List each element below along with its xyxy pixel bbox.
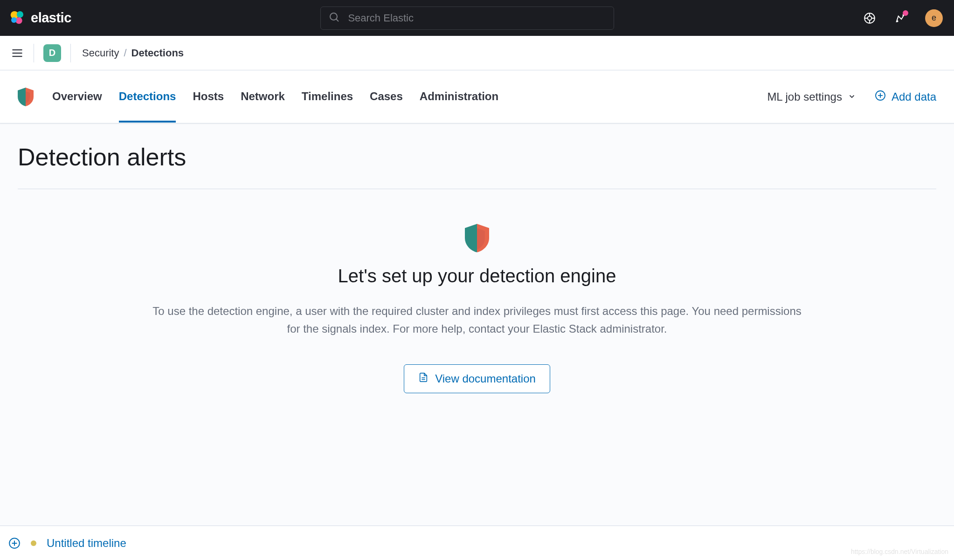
add-data-label: Add data	[892, 90, 936, 103]
ml-job-settings-label: ML job settings	[767, 90, 842, 103]
help-icon[interactable]	[864, 12, 876, 24]
breadcrumb-bar: D Security / Detections	[0, 36, 954, 70]
space-selector[interactable]: D	[43, 44, 61, 62]
elastic-logo-text: elastic	[31, 10, 71, 26]
avatar[interactable]: e	[925, 9, 943, 27]
elastic-logo[interactable]: elastic	[8, 8, 71, 28]
elastic-logo-icon	[8, 8, 26, 28]
svg-line-5	[336, 19, 339, 21]
svg-point-1	[17, 11, 23, 17]
tab-network[interactable]: Network	[241, 71, 285, 123]
view-documentation-label: View documentation	[435, 372, 536, 385]
divider	[34, 44, 34, 62]
tab-hosts[interactable]: Hosts	[193, 71, 224, 123]
nav-toggle-button[interactable]	[10, 46, 24, 60]
global-header: elastic e	[0, 0, 954, 36]
empty-state-shield-icon	[465, 224, 489, 254]
empty-state: Let's set up your detection engine To us…	[18, 224, 936, 393]
timeline-bar: Untitled timeline https://blog.csdn.net/…	[0, 526, 954, 560]
newsfeed-icon[interactable]	[894, 12, 906, 24]
global-search	[320, 7, 614, 30]
empty-state-heading: Let's set up your detection engine	[338, 266, 616, 287]
view-documentation-button[interactable]: View documentation	[404, 364, 550, 393]
breadcrumb-parent[interactable]: Security	[82, 47, 119, 59]
timeline-title[interactable]: Untitled timeline	[47, 537, 126, 550]
add-timeline-button[interactable]	[8, 537, 21, 549]
svg-point-7	[868, 16, 872, 20]
search-icon	[329, 12, 340, 25]
breadcrumb: Security / Detections	[82, 47, 184, 59]
watermark: https://blog.csdn.net/Virtualization	[851, 548, 948, 555]
avatar-letter: e	[932, 13, 936, 23]
breadcrumb-current: Detections	[131, 47, 184, 59]
security-shield-icon	[18, 88, 34, 106]
empty-state-description: To use the detection engine, a user with…	[146, 302, 808, 338]
tab-timelines[interactable]: Timelines	[302, 71, 353, 123]
space-letter: D	[49, 48, 55, 58]
timeline-status-dot	[31, 540, 36, 546]
page-body: Detection alerts Let's set up your detec…	[0, 123, 954, 393]
tabs: Overview Detections Hosts Network Timeli…	[52, 71, 498, 123]
page-title: Detection alerts	[18, 143, 936, 189]
tab-overview[interactable]: Overview	[52, 71, 102, 123]
search-input[interactable]	[320, 7, 614, 30]
tab-detections[interactable]: Detections	[119, 71, 176, 123]
svg-point-12	[897, 20, 898, 21]
tab-actions: ML job settings Add data	[767, 90, 936, 104]
divider	[70, 44, 71, 62]
document-icon	[418, 372, 429, 386]
app-tab-area: Overview Detections Hosts Network Timeli…	[0, 70, 954, 123]
ml-job-settings-button[interactable]: ML job settings	[767, 90, 856, 103]
chevron-down-icon	[848, 90, 856, 103]
app-tab-bar: Overview Detections Hosts Network Timeli…	[0, 70, 954, 123]
breadcrumb-separator: /	[124, 47, 126, 59]
tab-administration[interactable]: Administration	[420, 71, 498, 123]
notification-dot	[903, 10, 908, 16]
tab-cases[interactable]: Cases	[370, 71, 403, 123]
svg-point-3	[11, 17, 17, 23]
plus-circle-icon	[875, 90, 886, 104]
header-actions: e	[864, 9, 943, 27]
add-data-button[interactable]: Add data	[875, 90, 936, 104]
svg-point-4	[330, 13, 337, 20]
